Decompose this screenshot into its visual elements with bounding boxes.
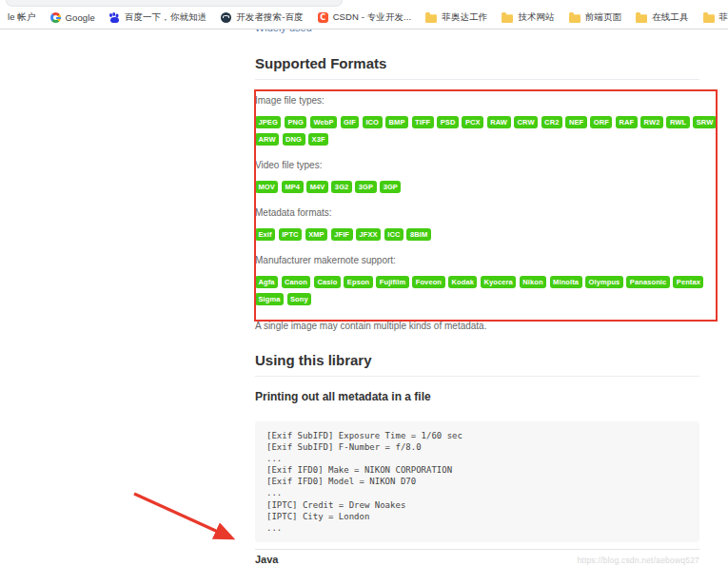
badge-row: ARWDNGX3F (255, 133, 699, 146)
page-content: Supported Formats Image file types:JPEGP… (255, 0, 699, 566)
folder-icon (569, 14, 580, 23)
bookmark-item[interactable]: Google (50, 12, 95, 23)
badge-row: MOVMP4M4V3G23GP3GP (255, 181, 699, 193)
baidu-icon (109, 12, 120, 23)
code-block: [Exif SubIFD] Exposure Time = 1/60 sec [… (255, 421, 699, 542)
metadata-note: A single image may contain multiple kind… (255, 321, 699, 332)
dev-search-icon (221, 12, 231, 23)
format-badge: 3GP (355, 181, 376, 193)
format-badge: Casio (314, 276, 341, 288)
format-badge: WebP (310, 116, 337, 128)
format-badge: ICO (363, 116, 383, 128)
format-badge: 3GP (380, 181, 401, 193)
format-badge: BMP (385, 116, 408, 128)
badge-row: SigmaSony (255, 293, 699, 305)
address-bar-remnant[interactable] (6, 0, 343, 7)
format-badge: CRW (514, 116, 538, 128)
format-badge: NEF (565, 116, 586, 128)
format-badge: Kyocera (481, 276, 516, 288)
format-badge: M4V (306, 181, 328, 193)
format-badge: XMP (305, 228, 328, 241)
format-badge: Fujifilm (376, 276, 408, 288)
format-group: Image file types:JPEGPNGWebPGIFICOBMPTIF… (255, 95, 699, 146)
folder-icon (425, 14, 437, 23)
browser-window: •Widely used le 帐户Google百度一下，你就知道开发者搜索-百… (0, 0, 728, 566)
bookmark-item[interactable]: 菲奥达工作 (425, 11, 487, 24)
bookmark-label: 菲奥达项目 (719, 11, 728, 24)
format-badge: Canon (282, 276, 311, 288)
format-badge: Epson (344, 276, 372, 288)
google-g-icon (50, 12, 61, 23)
bookmark-item[interactable]: le 帐户 (3, 11, 36, 24)
bookmark-item[interactable]: 前端页面 (569, 11, 621, 24)
supported-formats-section: Image file types:JPEGPNGWebPGIFICOBMPTIF… (255, 95, 699, 305)
format-badge: Sigma (255, 293, 284, 305)
bookmark-item[interactable]: 菲奥达项目 (703, 11, 728, 24)
bookmark-label: Google (66, 12, 95, 23)
format-group-label: Manufacturer makernote support: (255, 255, 699, 266)
format-badge: Sony (287, 293, 312, 305)
format-badge: Kodak (448, 276, 477, 288)
format-badge: CR2 (541, 116, 562, 128)
section-heading-using-library: Using this library (255, 352, 699, 377)
format-badge: PNG (285, 116, 307, 128)
format-group-label: Metadata formats: (255, 207, 699, 219)
csdn-icon (318, 12, 328, 23)
format-badge: Pentax (673, 276, 703, 288)
format-badge: JFIF (331, 228, 353, 241)
csdn-watermark: https://blog.csdn.net/aebowq527 (577, 556, 699, 565)
folder-icon (636, 14, 647, 23)
divider (255, 549, 699, 550)
code-language-label: Java (255, 554, 278, 565)
bookmark-label: 技术网站 (518, 11, 554, 24)
format-badge: Minolta (550, 276, 582, 288)
format-group-label: Image file types: (255, 95, 699, 107)
badge-row: AgfaCanonCasioEpsonFujifilmFoveonKodakKy… (255, 276, 699, 288)
format-badge: RAW (487, 116, 511, 128)
format-badge: ARW (255, 133, 279, 146)
format-badge: PSD (437, 116, 459, 128)
format-badge: MOV (255, 181, 278, 193)
format-badge: JFXX (356, 228, 381, 241)
bookmark-label: 菲奥达工作 (442, 11, 487, 24)
format-badge: DNG (283, 133, 305, 146)
format-badge: Agfa (255, 276, 278, 288)
bookmark-item[interactable]: 百度一下，你就知道 (109, 11, 207, 24)
bookmark-item[interactable]: CSDN - 专业开发... (318, 11, 412, 24)
bookmark-label: le 帐户 (8, 11, 36, 24)
bookmark-item[interactable]: 开发者搜索-百度 (221, 11, 303, 24)
bookmark-label: 前端页面 (585, 11, 621, 24)
format-badge: JPEG (255, 116, 281, 128)
format-badge: X3F (308, 133, 328, 146)
bookmark-label: CSDN - 专业开发... (333, 11, 412, 24)
format-badge: ORF (590, 116, 612, 128)
format-badge: 8BIM (406, 228, 430, 241)
format-group: Metadata formats:ExifIPTCXMPJFIFJFXXICC8… (255, 207, 699, 241)
section-heading-supported-formats: Supported Formats (255, 55, 699, 80)
format-badge: IPTC (279, 228, 302, 241)
format-badge: SRW (693, 116, 717, 128)
format-badge: RW2 (640, 116, 663, 128)
badge-row: JPEGPNGWebPGIFICOBMPTIFFPSDPCXRAWCRWCR2N… (255, 116, 699, 128)
format-badge: Panasonic (626, 276, 669, 288)
format-group: Manufacturer makernote support:AgfaCanon… (255, 255, 699, 305)
format-badge: TIFF (412, 116, 434, 128)
folder-icon (502, 14, 513, 23)
badge-row: ExifIPTCXMPJFIFJFXXICC8BIM (255, 228, 699, 241)
bookmark-label: 在线工具 (652, 11, 688, 24)
folder-icon (703, 14, 715, 23)
format-badge: MP4 (282, 181, 304, 193)
format-badge: Olympus (585, 276, 623, 288)
bookmark-item[interactable]: 在线工具 (636, 11, 688, 24)
format-badge: Foveon (412, 276, 444, 288)
bookmark-item[interactable]: 技术网站 (502, 11, 554, 24)
format-badge: RWL (666, 116, 689, 128)
format-badge: GIF (341, 116, 360, 128)
bookmark-label: 百度一下，你就知道 (125, 11, 207, 24)
format-badge: RAF (616, 116, 638, 128)
format-badge: Exif (255, 228, 275, 241)
format-badge: 3G2 (331, 181, 351, 193)
format-badge: Nikon (520, 276, 546, 288)
format-group: Video file types:MOVMP4M4V3G23GP3GP (255, 160, 699, 193)
subsection-heading-printing-metadata: Printing out all metadata in a file (255, 390, 699, 403)
